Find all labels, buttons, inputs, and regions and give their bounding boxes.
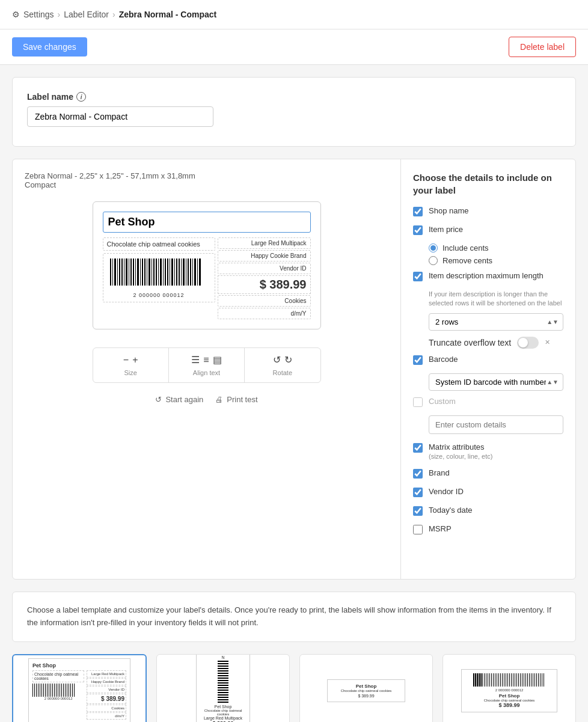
breadcrumb-label-editor[interactable]: Label Editor — [64, 10, 109, 19]
item-desc-checkbox[interactable] — [413, 272, 423, 281]
start-again-button[interactable]: ↺ Start again — [155, 395, 203, 404]
template-gallery: Pet Shop Chocolate chip oatmeal cookies … — [12, 654, 576, 722]
vendor-option-label: Vendor ID — [429, 487, 464, 496]
item-desc-option: Item description maximum length — [413, 271, 563, 281]
shop-name-option-label: Shop name — [429, 206, 469, 215]
toolbar-size-group: − + Size — [93, 348, 169, 382]
size-decrease-icon[interactable]: − — [123, 355, 129, 366]
svg-rect-10 — [130, 259, 132, 286]
bottom-actions: ↺ Start again 🖨 Print test — [155, 395, 257, 404]
label-vendor: Vendor ID — [218, 263, 311, 274]
toolbar-size-icons: − + — [123, 355, 138, 366]
label-info-line2: Compact — [25, 180, 195, 189]
svg-rect-7 — [124, 259, 124, 286]
breadcrumb-current: Zebra Normal - Compact — [119, 10, 217, 19]
svg-rect-1 — [110, 259, 111, 286]
svg-rect-3 — [114, 259, 116, 286]
shop-name-option: Shop name — [413, 206, 563, 216]
vendor-checkbox[interactable] — [413, 488, 423, 497]
label-right: Large Red Multipack Happy Cookie Brand V… — [218, 237, 311, 319]
breadcrumb-settings[interactable]: Settings — [23, 10, 54, 19]
matrix-option: Matrix attributes (size, colour, line, e… — [413, 442, 563, 460]
rotate-left-icon[interactable]: ↺ — [273, 354, 281, 366]
label-name-input[interactable] — [27, 106, 213, 127]
label-info: Zebra Normal - 2,25" x 1,25" - 57,1mm x … — [25, 171, 195, 189]
align-center-icon[interactable]: ≡ — [203, 355, 209, 366]
truncate-x-icon[interactable]: ✕ — [545, 338, 550, 346]
item-price-checkbox[interactable] — [413, 225, 423, 235]
custom-input-row — [429, 415, 563, 434]
template-card-essential[interactable]: Pet Shop Chocolate chip oatmeal cookies … — [299, 654, 433, 722]
label-name-card: Label name i — [12, 77, 576, 147]
svg-rect-12 — [135, 259, 136, 286]
template-card-vertical[interactable]: N Pet Shop Chocolate chip oatmeal cookie… — [156, 654, 290, 722]
truncate-toggle[interactable] — [517, 337, 539, 349]
label-body: Chocolate chip oatmeal cookies — [103, 237, 311, 319]
template-card-compact[interactable]: Pet Shop Chocolate chip oatmeal cookies … — [12, 654, 147, 722]
svg-rect-28 — [171, 259, 173, 286]
template-preview-vertical: N Pet Shop Chocolate chip oatmeal cookie… — [157, 655, 289, 722]
matrix-text: Matrix attributes (size, colour, line, e… — [429, 442, 492, 460]
cents-radio-group: Include cents Remove cents — [429, 243, 563, 265]
template-preview-compact: Pet Shop Chocolate chip oatmeal cookies … — [13, 655, 145, 722]
shop-name-input[interactable] — [103, 212, 311, 233]
template-card-centered[interactable]: 2 000000 000012 Pet Shop Chocolate chip … — [443, 654, 576, 722]
include-cents-radio[interactable] — [429, 243, 438, 252]
start-again-label: Start again — [165, 395, 203, 404]
rows-select-wrapper: 1 row 2 rows 3 rows 4 rows ▲▼ — [429, 313, 563, 331]
custom-option: Custom — [413, 397, 563, 407]
breadcrumb: ⚙ Settings › Label Editor › Zebra Normal… — [0, 0, 588, 29]
svg-rect-2 — [112, 259, 113, 286]
label-name-section: Label name i — [27, 92, 561, 127]
barcode-select[interactable]: System ID barcode with numbers System ID… — [429, 373, 563, 391]
svg-rect-26 — [167, 259, 168, 286]
svg-rect-27 — [170, 259, 170, 286]
custom-checkbox[interactable] — [413, 397, 423, 407]
remove-cents-row: Remove cents — [429, 256, 563, 265]
barcode-checkbox[interactable] — [413, 355, 423, 365]
rotate-right-icon[interactable]: ↻ — [284, 354, 292, 366]
custom-option-label: Custom — [429, 397, 456, 406]
barcode-select-wrapper: System ID barcode with numbers System ID… — [429, 373, 563, 391]
info-icon[interactable]: i — [76, 92, 86, 102]
svg-rect-30 — [176, 259, 177, 286]
toggle-thumb — [518, 338, 528, 347]
shop-name-checkbox[interactable] — [413, 207, 423, 216]
rows-select[interactable]: 1 row 2 rows 3 rows 4 rows — [429, 313, 563, 331]
print-test-button[interactable]: 🖨 Print test — [215, 395, 257, 404]
template-preview-essential: Pet Shop Chocolate chip oatmeal cookies … — [300, 655, 432, 722]
date-checkbox[interactable] — [413, 506, 423, 516]
barcode-option: Barcode — [413, 355, 563, 365]
svg-rect-25 — [165, 259, 166, 286]
bottom-description: Choose a label template and customize yo… — [12, 592, 576, 642]
label-category: Cookies — [218, 295, 311, 307]
include-cents-row: Include cents — [429, 243, 563, 252]
item-desc-text: Item description maximum length — [429, 271, 544, 280]
item-desc-info: If your item description is longer than … — [429, 290, 563, 308]
svg-rect-32 — [181, 259, 182, 286]
brand-checkbox[interactable] — [413, 469, 423, 479]
svg-rect-35 — [188, 259, 189, 286]
msrp-option: MSRP — [413, 524, 563, 534]
action-bar: Save changes Delete label — [0, 29, 588, 65]
chevron-icon-1: › — [58, 10, 61, 19]
svg-rect-40 — [199, 259, 201, 286]
svg-rect-8 — [126, 259, 127, 286]
date-option: Today's date — [413, 506, 563, 516]
svg-rect-19 — [152, 259, 152, 286]
delete-label-button[interactable]: Delete label — [509, 37, 576, 57]
svg-rect-4 — [117, 259, 118, 286]
save-changes-button[interactable]: Save changes — [12, 37, 87, 57]
msrp-checkbox[interactable] — [413, 525, 423, 534]
matrix-checkbox[interactable] — [413, 443, 423, 453]
svg-rect-36 — [190, 259, 191, 286]
custom-detail-input[interactable] — [429, 415, 563, 434]
toolbar-rotate-icons: ↺ ↻ — [273, 354, 292, 366]
size-increase-icon[interactable]: + — [132, 355, 138, 366]
remove-cents-radio[interactable] — [429, 256, 438, 265]
msrp-option-label: MSRP — [429, 524, 452, 533]
barcode-image — [107, 257, 203, 290]
align-left-icon[interactable]: ☰ — [191, 354, 200, 366]
svg-rect-37 — [192, 259, 193, 286]
align-right-icon[interactable]: ▤ — [213, 354, 222, 366]
